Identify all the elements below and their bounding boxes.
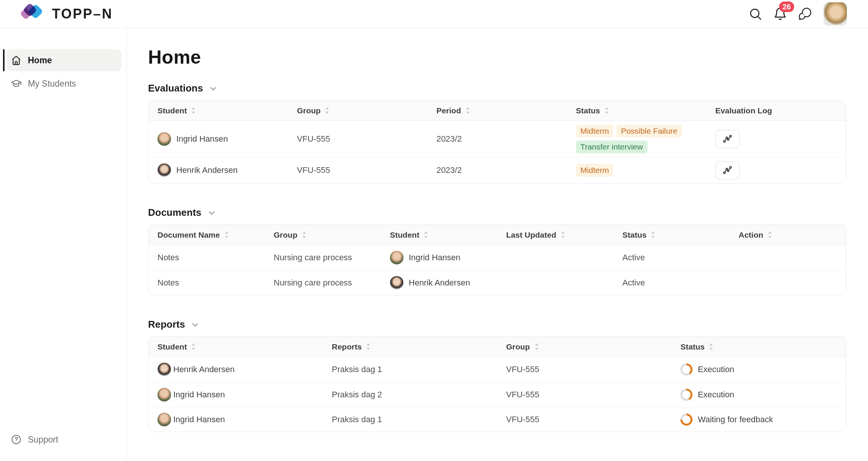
group-cell: VFU-555	[497, 357, 672, 382]
sort-icon	[191, 107, 196, 114]
evaluations-table-header: StudentGroupPeriodStatusEvaluation Log	[148, 101, 846, 121]
reports-section-toggle[interactable]: Reports	[148, 319, 200, 330]
reports-table-header: StudentReportsGroupStatus	[148, 337, 846, 357]
avatar	[157, 132, 171, 146]
sort-icon	[708, 343, 714, 351]
reports-table: StudentReportsGroupStatus Henrik Anderse…	[148, 336, 846, 432]
column-header-label: Reports	[332, 342, 362, 351]
status-cell: MidtermPossible FailureTransfer intervie…	[567, 121, 706, 157]
brand-logo[interactable]: TOPP–N	[21, 3, 113, 25]
table-row: Notes Nursing care process Ingrid Hansen…	[148, 245, 846, 270]
status-cell: Execution	[671, 382, 846, 407]
sort-icon	[301, 231, 307, 239]
group-cell: VFU-555	[288, 121, 427, 157]
student-cell: Henrik Andersen	[148, 357, 323, 382]
evaluation-log-icon	[722, 165, 733, 176]
student-name: Ingrid Hansen	[176, 134, 228, 144]
evaluation-log-button[interactable]	[715, 161, 740, 179]
column-header-label: Document Name	[157, 230, 220, 240]
page-title: Home	[148, 46, 846, 68]
sort-icon	[224, 231, 229, 239]
column-header-student[interactable]: Student	[148, 342, 323, 351]
support-label: Support	[28, 435, 58, 445]
home-icon	[11, 55, 22, 66]
table-row: Henrik Andersen Praksis dag 1 VFU-555 Ex…	[148, 357, 846, 382]
group-cell: VFU-555	[497, 382, 672, 407]
avatar	[157, 163, 171, 177]
student-name: Ingrid Hansen	[173, 390, 225, 400]
column-header-last-updated[interactable]: Last Updated	[497, 230, 614, 240]
search-button[interactable]	[745, 4, 766, 24]
evaluation-log-button[interactable]	[715, 130, 740, 148]
column-header-group[interactable]: Group	[497, 342, 672, 351]
brand-name: TOPP–N	[52, 6, 113, 22]
status-cell: Active	[613, 270, 730, 295]
column-header-reports[interactable]: Reports	[323, 342, 497, 351]
student-name: Henrik Andersen	[409, 278, 470, 288]
notifications-button[interactable]: 26	[770, 4, 790, 24]
group-cell: Nursing care process	[265, 245, 381, 270]
documents-table-body: Notes Nursing care process Ingrid Hansen…	[148, 245, 846, 295]
sort-icon	[324, 107, 330, 114]
column-header-evaluation-log: Evaluation Log	[706, 106, 846, 115]
column-header-group[interactable]: Group	[288, 106, 427, 115]
student-cell: Henrik Andersen	[381, 270, 497, 295]
documents-section-toggle[interactable]: Documents	[148, 207, 217, 218]
reports-table-body: Henrik Andersen Praksis dag 1 VFU-555 Ex…	[148, 357, 846, 432]
profile-avatar-button[interactable]	[824, 2, 847, 26]
period-cell: 2023/2	[427, 121, 567, 157]
evaluation-log-cell	[706, 121, 846, 157]
sort-icon	[560, 231, 566, 239]
student-name: Ingrid Hansen	[173, 415, 225, 424]
documents-section: Documents Document NameGroupStudentLast …	[148, 207, 846, 295]
column-header-label: Group	[506, 342, 530, 351]
help-circle-icon	[11, 434, 22, 445]
action-cell	[730, 245, 846, 270]
evaluation-log-cell	[706, 157, 846, 183]
column-header-status[interactable]: Status	[567, 106, 706, 115]
column-header-period[interactable]: Period	[427, 106, 567, 115]
column-header-student[interactable]: Student	[381, 230, 497, 240]
document-name-cell: Notes	[148, 245, 265, 270]
column-header-student[interactable]: Student	[148, 106, 288, 115]
column-header-action[interactable]: Action	[730, 230, 846, 240]
status-cell: Execution	[671, 357, 846, 382]
last-updated-cell	[497, 245, 614, 270]
sidebar-item-label: Home	[28, 55, 52, 66]
column-header-document-name[interactable]: Document Name	[148, 230, 265, 240]
sort-icon	[650, 231, 656, 239]
group-cell: VFU-555	[288, 157, 427, 183]
evaluation-log-icon	[722, 134, 733, 144]
student-cell: Ingrid Hansen	[148, 382, 323, 407]
status-label: Execution	[698, 390, 734, 400]
section-title: Documents	[148, 207, 202, 218]
user-avatar	[824, 2, 847, 26]
support-link[interactable]: Support	[7, 434, 121, 445]
evaluations-section-toggle[interactable]: Evaluations	[148, 82, 218, 94]
sort-icon	[767, 231, 773, 239]
messages-button[interactable]	[795, 4, 815, 24]
sidebar-item-my-students[interactable]: My Students	[7, 73, 121, 95]
column-header-label: Student	[390, 230, 419, 240]
sidebar-item-home[interactable]: Home	[7, 49, 121, 71]
table-row: Ingrid Hansen VFU-555 2023/2 MidtermPoss…	[148, 121, 846, 157]
sort-icon	[604, 107, 610, 114]
column-header-status[interactable]: Status	[671, 342, 846, 351]
documents-table: Document NameGroupStudentLast UpdatedSta…	[148, 224, 846, 295]
column-header-group[interactable]: Group	[265, 230, 381, 240]
column-header-status[interactable]: Status	[613, 230, 730, 240]
status-cell: Midterm	[567, 157, 706, 183]
column-header-label: Student	[157, 342, 187, 351]
avatar	[390, 276, 403, 290]
table-row: Ingrid Hansen Praksis dag 1 VFU-555 Wait…	[148, 407, 846, 432]
sort-icon	[365, 343, 371, 351]
status-cell: Waiting for feedback	[671, 407, 846, 432]
report-cell: Praksis dag 2	[323, 382, 497, 407]
evaluations-section: Evaluations StudentGroupPeriodStatusEval…	[148, 82, 846, 183]
report-cell: Praksis dag 1	[323, 407, 497, 432]
column-header-label: Group	[297, 106, 321, 115]
column-header-label: Status	[680, 342, 704, 351]
reports-section: Reports StudentReportsGroupStatus Henrik…	[148, 319, 846, 432]
status-label: Execution	[698, 365, 734, 374]
progress-ring	[680, 414, 692, 426]
